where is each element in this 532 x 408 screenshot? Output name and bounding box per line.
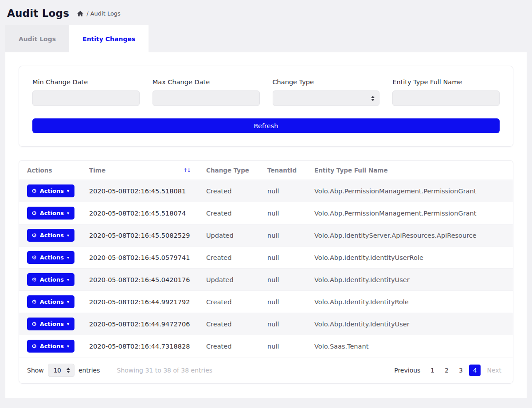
cell-change-type: Created xyxy=(202,202,263,224)
cell-change-type: Created xyxy=(202,313,263,335)
tab-audit-logs[interactable]: Audit Logs xyxy=(5,25,69,52)
header-time[interactable]: Time ↑↓ xyxy=(85,161,202,180)
page-title: Audit Logs xyxy=(7,8,69,19)
row-actions-label: Actions xyxy=(40,321,64,327)
cell-time: 2020-05-08T02:16:45.0579741 xyxy=(85,247,202,269)
caret-down-icon: ▾ xyxy=(67,344,69,349)
row-actions-label: Actions xyxy=(40,343,64,349)
entity-type-label: Entity Type Full Name xyxy=(392,78,500,86)
home-icon[interactable] xyxy=(77,11,83,16)
row-actions-button[interactable]: ⚙ Actions ▾ xyxy=(27,229,74,242)
row-actions-button[interactable]: ⚙ Actions ▾ xyxy=(27,340,74,353)
min-change-date-label: Min Change Date xyxy=(32,78,140,86)
gear-icon: ⚙ xyxy=(31,254,37,261)
gear-icon: ⚙ xyxy=(31,188,37,194)
row-actions-label: Actions xyxy=(40,210,64,216)
row-actions-button[interactable]: ⚙ Actions ▾ xyxy=(27,295,74,308)
caret-down-icon: ▾ xyxy=(67,233,69,238)
cell-time: 2020-05-08T02:16:44.7318828 xyxy=(85,335,202,357)
filter-min-change-date: Min Change Date xyxy=(32,78,140,106)
refresh-button[interactable]: Refresh xyxy=(32,118,500,133)
change-type-select[interactable] xyxy=(273,90,380,106)
tab-entity-changes[interactable]: Entity Changes xyxy=(69,25,149,52)
entity-type-input[interactable] xyxy=(392,90,500,106)
row-actions-button[interactable]: ⚙ Actions ▾ xyxy=(27,273,74,286)
cell-tenant-id: null xyxy=(263,224,310,247)
header-actions: Actions xyxy=(19,161,85,180)
table-row: ⚙ Actions ▾ 2020-05-08T02:16:44.9472706 … xyxy=(19,313,513,335)
gear-icon: ⚙ xyxy=(31,210,37,216)
cell-time: 2020-05-08T02:16:45.5082529 xyxy=(85,224,202,247)
cell-tenant-id: null xyxy=(263,247,310,269)
main-card: Min Change Date Max Change Date Change T… xyxy=(5,52,527,398)
cell-tenant-id: null xyxy=(263,202,310,224)
max-change-date-input[interactable] xyxy=(153,90,260,106)
show-label: Show xyxy=(27,367,44,374)
gear-icon: ⚙ xyxy=(31,321,37,327)
table-row: ⚙ Actions ▾ 2020-05-08T02:16:45.5082529 … xyxy=(19,224,513,247)
caret-down-icon: ▾ xyxy=(67,322,69,326)
filter-panel: Min Change Date Max Change Date Change T… xyxy=(19,66,513,147)
cell-entity-type: Volo.Abp.Identity.IdentityUserRole xyxy=(310,247,513,269)
max-change-date-label: Max Change Date xyxy=(153,78,260,86)
gear-icon: ⚙ xyxy=(31,343,37,349)
pagination-page-button[interactable]: 1 xyxy=(426,365,438,376)
caret-down-icon: ▾ xyxy=(67,188,69,193)
table-row: ⚙ Actions ▾ 2020-05-08T02:16:44.9921792 … xyxy=(19,291,513,313)
cell-entity-type: Volo.Abp.Identity.IdentityUser xyxy=(310,313,513,335)
cell-tenant-id: null xyxy=(263,335,310,357)
cell-change-type: Created xyxy=(202,291,263,313)
table-row: ⚙ Actions ▾ 2020-05-08T02:16:45.0579741 … xyxy=(19,247,513,269)
cell-entity-type: Volo.Saas.Tenant xyxy=(310,335,513,357)
breadcrumb-path: / Audit Logs xyxy=(86,10,121,17)
sort-icon[interactable]: ↑↓ xyxy=(183,167,197,173)
cell-time: 2020-05-08T02:16:44.9921792 xyxy=(85,291,202,313)
row-actions-button[interactable]: ⚙ Actions ▾ xyxy=(27,207,74,220)
page-size-updown-icon xyxy=(66,368,70,373)
cell-time: 2020-05-08T02:16:45.0420176 xyxy=(85,269,202,291)
cell-tenant-id: null xyxy=(263,180,310,202)
entity-changes-table: Actions Time ↑↓ Change Type TenantId Ent… xyxy=(19,161,513,357)
cell-time: 2020-05-08T02:16:45.518081 xyxy=(85,180,202,202)
gear-icon: ⚙ xyxy=(31,298,37,305)
page-header: Audit Logs / Audit Logs xyxy=(0,0,532,25)
gear-icon: ⚙ xyxy=(31,232,37,239)
pagination-page-button[interactable]: 4 xyxy=(469,365,481,376)
header-change-type: Change Type xyxy=(202,161,263,180)
cell-time: 2020-05-08T02:16:44.9472706 xyxy=(85,313,202,335)
cell-tenant-id: null xyxy=(263,291,310,313)
page-size-value: 10 xyxy=(54,367,61,374)
pagination-page-button[interactable]: 3 xyxy=(455,365,466,376)
entries-label: entries xyxy=(78,367,100,374)
table-row: ⚙ Actions ▾ 2020-05-08T02:16:45.518074 C… xyxy=(19,202,513,224)
table-header-row: Actions Time ↑↓ Change Type TenantId Ent… xyxy=(19,161,513,180)
pagination-pages: 1 2 3 4 xyxy=(426,365,481,376)
pagination-next[interactable]: Next xyxy=(483,365,505,376)
cell-entity-type: Volo.Abp.Identity.IdentityRole xyxy=(310,291,513,313)
pagination-page-button[interactable]: 2 xyxy=(441,365,452,376)
cell-entity-type: Volo.Abp.PermissionManagement.Permission… xyxy=(310,202,513,224)
row-actions-button[interactable]: ⚙ Actions ▾ xyxy=(27,318,74,330)
row-actions-button[interactable]: ⚙ Actions ▾ xyxy=(27,184,74,197)
caret-down-icon: ▾ xyxy=(67,255,69,260)
cell-change-type: Created xyxy=(202,247,263,269)
row-actions-label: Actions xyxy=(40,188,64,194)
row-actions-label: Actions xyxy=(40,298,64,305)
min-change-date-input[interactable] xyxy=(32,90,140,106)
table-body: ⚙ Actions ▾ 2020-05-08T02:16:45.518081 C… xyxy=(19,180,513,357)
pagination: Previous 1 2 3 4 Next xyxy=(391,365,505,376)
cell-entity-type: Volo.Abp.Identity.IdentityUser xyxy=(310,269,513,291)
row-actions-label: Actions xyxy=(40,232,64,239)
cell-change-type: Updated xyxy=(202,224,263,247)
entity-changes-table-card: Actions Time ↑↓ Change Type TenantId Ent… xyxy=(19,160,513,384)
cell-entity-type: Volo.Abp.IdentityServer.ApiResources.Api… xyxy=(310,224,513,247)
caret-down-icon: ▾ xyxy=(67,277,69,282)
gear-icon: ⚙ xyxy=(31,276,37,283)
tab-bar: Audit Logs Entity Changes xyxy=(5,25,527,52)
row-actions-button[interactable]: ⚙ Actions ▾ xyxy=(27,251,74,264)
pagination-previous[interactable]: Previous xyxy=(391,365,424,376)
page-size-select[interactable]: 10 xyxy=(48,364,74,377)
row-actions-label: Actions xyxy=(40,276,64,283)
cell-change-type: Created xyxy=(202,335,263,357)
showing-entries-text: Showing 31 to 38 of 38 entries xyxy=(117,367,213,374)
